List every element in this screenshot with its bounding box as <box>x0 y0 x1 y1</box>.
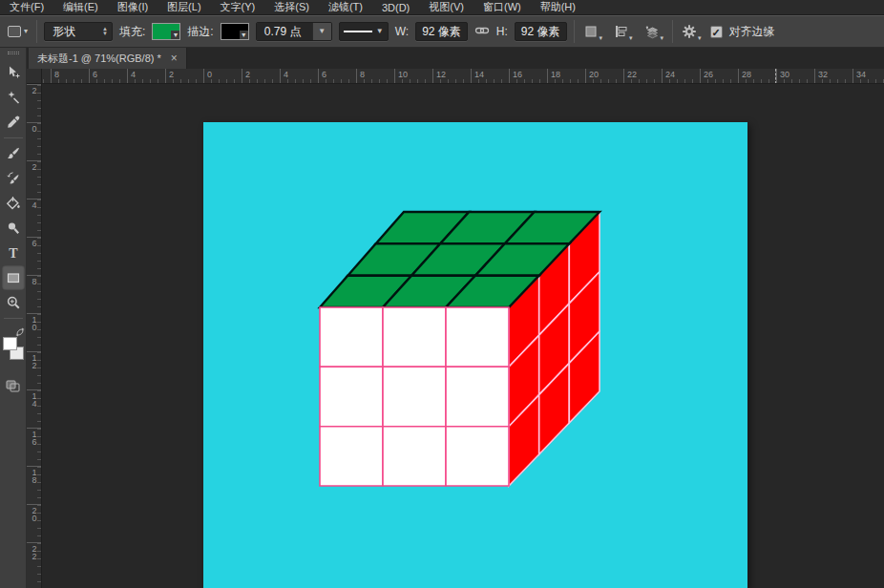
fill-color-swatch[interactable]: ▼ <box>152 23 180 40</box>
menu-item[interactable]: 图像(I) <box>117 0 148 14</box>
foreground-color-swatch[interactable] <box>3 337 17 350</box>
ruler-label: 0 <box>30 125 39 133</box>
ruler-tick <box>226 79 227 83</box>
ruler-label: 26 <box>704 70 713 79</box>
ruler-tick <box>37 161 41 162</box>
link-dimensions-icon[interactable] <box>474 24 490 40</box>
ruler-tick <box>379 79 380 83</box>
menu-item[interactable]: 文字(Y) <box>221 0 256 14</box>
screen-mode-button[interactable] <box>2 373 25 398</box>
menu-item[interactable]: 文件(F) <box>10 0 44 14</box>
ruler-label: 18 <box>551 70 560 79</box>
ruler-tick <box>333 79 334 83</box>
ruler-tick <box>37 536 41 536</box>
color-wells <box>2 327 25 366</box>
brush-tool[interactable] <box>2 141 25 166</box>
ruler-tick <box>570 79 571 83</box>
horizontal-ruler[interactable]: 86420246810121416182022242628303234 <box>42 69 884 84</box>
ruler-tick <box>37 138 41 139</box>
close-tab-icon[interactable]: × <box>171 53 178 63</box>
rectangle-tool[interactable] <box>2 265 25 290</box>
menu-item[interactable]: 编辑(E) <box>63 0 98 14</box>
ruler-label: 8 <box>30 278 39 285</box>
ruler-tick <box>845 79 846 83</box>
swap-colors-icon[interactable] <box>15 327 25 337</box>
ruler-label: 8 <box>54 70 59 79</box>
ruler-tick <box>356 69 357 84</box>
ruler-tick <box>410 79 410 83</box>
stroke-width-dropdown-button[interactable]: ▼ <box>312 23 331 40</box>
stroke-style-select[interactable]: ▼ <box>339 22 389 41</box>
ruler-label: 14 <box>474 70 484 79</box>
type-tool[interactable]: T <box>2 241 25 265</box>
menu-item[interactable]: 滤镜(T) <box>328 0 363 14</box>
chevron-down-icon: ▼ <box>171 31 179 39</box>
paint-bucket-tool[interactable] <box>2 191 25 216</box>
ruler-tick <box>173 79 174 83</box>
ruler-tick <box>81 79 82 83</box>
menu-item[interactable]: 选择(S) <box>274 0 309 14</box>
history-brush-tool[interactable] <box>2 166 25 191</box>
ruler-tick <box>707 79 708 83</box>
magic-wand-tool[interactable] <box>2 85 25 110</box>
document-tab[interactable]: 未标题-1 @ 71%(RGB/8) * × <box>29 48 187 69</box>
eyedropper-tool[interactable] <box>2 110 25 135</box>
path-operations-button[interactable]: ▾ <box>581 22 605 41</box>
menu-item[interactable]: 视图(V) <box>429 0 464 14</box>
move-tool-icon <box>6 65 21 80</box>
fill-label: 填充: <box>119 24 145 40</box>
ruler-tick <box>784 79 785 83</box>
front-face-cell <box>446 307 509 367</box>
shape-height-input[interactable]: 92 像素 <box>515 22 567 41</box>
ruler-tick <box>37 230 41 231</box>
menu-item[interactable]: 图层(L) <box>167 0 200 14</box>
ruler-corner-box[interactable] <box>27 69 42 84</box>
dodge-tool[interactable] <box>2 216 25 241</box>
align-edges-label: 对齐边缘 <box>729 24 775 40</box>
menu-item[interactable]: 窗口(W) <box>483 0 521 14</box>
ruler-label: 10 <box>398 70 408 79</box>
chevron-down-icon: ▾ <box>698 34 702 41</box>
width-label: W: <box>395 25 409 38</box>
rubiks-cube-shape <box>203 122 747 588</box>
menu-item[interactable]: 3D(D) <box>382 2 410 13</box>
ruler-tick <box>37 276 41 277</box>
shape-width-input[interactable]: 92 像素 <box>415 22 468 41</box>
ruler-tick <box>37 497 41 498</box>
vertical-ruler[interactable]: 20246810121416182022 <box>27 84 42 588</box>
eyedropper-tool-icon <box>6 115 21 130</box>
ruler-tick <box>27 466 42 467</box>
rectangle-tool-preset-icon <box>8 26 21 37</box>
move-tool[interactable] <box>2 60 25 85</box>
stroke-width-combo[interactable]: 0.79 点 ▼ <box>256 22 332 41</box>
stroke-width-value[interactable]: 0.79 点 <box>257 23 312 40</box>
tool-preset-picker[interactable]: ▾ <box>6 24 30 39</box>
path-alignment-button[interactable]: ▾ <box>611 22 635 41</box>
menu-item[interactable]: 帮助(H) <box>540 0 576 14</box>
document-tab-title: 未标题-1 @ 71%(RGB/8) * <box>37 52 161 66</box>
ruler-tick <box>799 79 800 83</box>
ruler-tick <box>860 79 861 83</box>
tool-mode-select[interactable]: 形状 ▲▼ <box>44 22 113 41</box>
stroke-color-swatch[interactable]: ▼ <box>221 23 249 40</box>
ruler-tick <box>875 79 876 83</box>
zoom-tool-icon <box>6 295 21 310</box>
document-canvas[interactable] <box>203 122 747 588</box>
zoom-tool[interactable] <box>2 290 25 315</box>
chevron-down-icon: ▼ <box>376 28 384 35</box>
ruler-tick <box>27 504 42 505</box>
ruler-label: 2 <box>169 70 174 79</box>
ruler-tick <box>234 79 235 83</box>
ruler-tick <box>471 69 472 84</box>
ruler-tick <box>486 79 487 83</box>
ruler-tick <box>150 79 151 83</box>
align-edges-checkbox[interactable]: ✓ <box>710 26 723 38</box>
geometry-options-button[interactable]: ▾ <box>680 22 704 41</box>
panel-grip-handle[interactable] <box>8 52 19 54</box>
ruler-tick <box>730 79 731 83</box>
ruler-tick <box>27 237 42 238</box>
ruler-tick <box>74 79 74 83</box>
ruler-tick <box>37 543 41 544</box>
path-arrangement-button[interactable]: ▾ <box>642 22 666 41</box>
ruler-tick <box>746 79 747 83</box>
